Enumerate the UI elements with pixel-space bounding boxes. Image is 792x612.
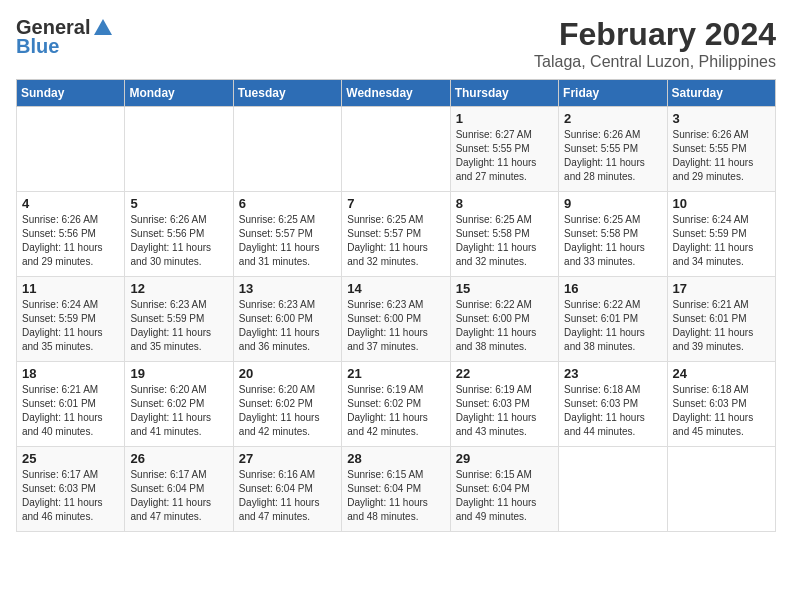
day-number: 27 bbox=[239, 451, 336, 466]
day-number: 18 bbox=[22, 366, 119, 381]
day-number: 4 bbox=[22, 196, 119, 211]
logo: General Blue bbox=[16, 16, 114, 58]
cell-content: Sunrise: 6:24 AMSunset: 5:59 PMDaylight:… bbox=[22, 298, 119, 354]
cell-content: Sunrise: 6:22 AMSunset: 6:01 PMDaylight:… bbox=[564, 298, 661, 354]
cell-content: Sunrise: 6:26 AMSunset: 5:56 PMDaylight:… bbox=[130, 213, 227, 269]
day-number: 23 bbox=[564, 366, 661, 381]
cell-content: Sunrise: 6:24 AMSunset: 5:59 PMDaylight:… bbox=[673, 213, 770, 269]
cell-content: Sunrise: 6:21 AMSunset: 6:01 PMDaylight:… bbox=[22, 383, 119, 439]
calendar-cell: 16Sunrise: 6:22 AMSunset: 6:01 PMDayligh… bbox=[559, 277, 667, 362]
calendar-cell: 18Sunrise: 6:21 AMSunset: 6:01 PMDayligh… bbox=[17, 362, 125, 447]
cell-content: Sunrise: 6:26 AMSunset: 5:55 PMDaylight:… bbox=[564, 128, 661, 184]
day-number: 21 bbox=[347, 366, 444, 381]
calendar-cell: 14Sunrise: 6:23 AMSunset: 6:00 PMDayligh… bbox=[342, 277, 450, 362]
calendar-cell bbox=[667, 447, 775, 532]
cell-content: Sunrise: 6:23 AMSunset: 5:59 PMDaylight:… bbox=[130, 298, 227, 354]
calendar-cell: 22Sunrise: 6:19 AMSunset: 6:03 PMDayligh… bbox=[450, 362, 558, 447]
calendar-cell: 1Sunrise: 6:27 AMSunset: 5:55 PMDaylight… bbox=[450, 107, 558, 192]
svg-marker-0 bbox=[94, 19, 112, 35]
cell-content: Sunrise: 6:21 AMSunset: 6:01 PMDaylight:… bbox=[673, 298, 770, 354]
day-number: 3 bbox=[673, 111, 770, 126]
location-title: Talaga, Central Luzon, Philippines bbox=[534, 53, 776, 71]
day-number: 7 bbox=[347, 196, 444, 211]
calendar-cell: 12Sunrise: 6:23 AMSunset: 5:59 PMDayligh… bbox=[125, 277, 233, 362]
calendar-table: SundayMondayTuesdayWednesdayThursdayFrid… bbox=[16, 79, 776, 532]
day-number: 20 bbox=[239, 366, 336, 381]
calendar-cell: 10Sunrise: 6:24 AMSunset: 5:59 PMDayligh… bbox=[667, 192, 775, 277]
cell-content: Sunrise: 6:25 AMSunset: 5:58 PMDaylight:… bbox=[456, 213, 553, 269]
cell-content: Sunrise: 6:20 AMSunset: 6:02 PMDaylight:… bbox=[130, 383, 227, 439]
calendar-cell: 13Sunrise: 6:23 AMSunset: 6:00 PMDayligh… bbox=[233, 277, 341, 362]
calendar-cell: 27Sunrise: 6:16 AMSunset: 6:04 PMDayligh… bbox=[233, 447, 341, 532]
calendar-cell: 7Sunrise: 6:25 AMSunset: 5:57 PMDaylight… bbox=[342, 192, 450, 277]
cell-content: Sunrise: 6:27 AMSunset: 5:55 PMDaylight:… bbox=[456, 128, 553, 184]
cell-content: Sunrise: 6:26 AMSunset: 5:56 PMDaylight:… bbox=[22, 213, 119, 269]
day-number: 28 bbox=[347, 451, 444, 466]
cell-content: Sunrise: 6:19 AMSunset: 6:02 PMDaylight:… bbox=[347, 383, 444, 439]
calendar-cell: 11Sunrise: 6:24 AMSunset: 5:59 PMDayligh… bbox=[17, 277, 125, 362]
calendar-cell: 21Sunrise: 6:19 AMSunset: 6:02 PMDayligh… bbox=[342, 362, 450, 447]
cell-content: Sunrise: 6:18 AMSunset: 6:03 PMDaylight:… bbox=[673, 383, 770, 439]
cell-content: Sunrise: 6:16 AMSunset: 6:04 PMDaylight:… bbox=[239, 468, 336, 524]
cell-content: Sunrise: 6:25 AMSunset: 5:57 PMDaylight:… bbox=[347, 213, 444, 269]
cell-content: Sunrise: 6:26 AMSunset: 5:55 PMDaylight:… bbox=[673, 128, 770, 184]
day-number: 29 bbox=[456, 451, 553, 466]
calendar-cell: 6Sunrise: 6:25 AMSunset: 5:57 PMDaylight… bbox=[233, 192, 341, 277]
calendar-cell: 2Sunrise: 6:26 AMSunset: 5:55 PMDaylight… bbox=[559, 107, 667, 192]
calendar-cell: 24Sunrise: 6:18 AMSunset: 6:03 PMDayligh… bbox=[667, 362, 775, 447]
month-title: February 2024 bbox=[534, 16, 776, 53]
day-number: 1 bbox=[456, 111, 553, 126]
calendar-cell: 5Sunrise: 6:26 AMSunset: 5:56 PMDaylight… bbox=[125, 192, 233, 277]
day-number: 26 bbox=[130, 451, 227, 466]
calendar-cell: 26Sunrise: 6:17 AMSunset: 6:04 PMDayligh… bbox=[125, 447, 233, 532]
day-number: 24 bbox=[673, 366, 770, 381]
weekday-header-friday: Friday bbox=[559, 80, 667, 107]
cell-content: Sunrise: 6:17 AMSunset: 6:03 PMDaylight:… bbox=[22, 468, 119, 524]
header: General Blue February 2024 Talaga, Centr… bbox=[16, 16, 776, 71]
calendar-cell bbox=[233, 107, 341, 192]
cell-content: Sunrise: 6:25 AMSunset: 5:58 PMDaylight:… bbox=[564, 213, 661, 269]
day-number: 12 bbox=[130, 281, 227, 296]
day-number: 17 bbox=[673, 281, 770, 296]
calendar-cell: 23Sunrise: 6:18 AMSunset: 6:03 PMDayligh… bbox=[559, 362, 667, 447]
weekday-header-sunday: Sunday bbox=[17, 80, 125, 107]
logo-blue: Blue bbox=[16, 35, 59, 58]
title-area: February 2024 Talaga, Central Luzon, Phi… bbox=[534, 16, 776, 71]
day-number: 13 bbox=[239, 281, 336, 296]
calendar-cell bbox=[17, 107, 125, 192]
calendar-cell: 9Sunrise: 6:25 AMSunset: 5:58 PMDaylight… bbox=[559, 192, 667, 277]
cell-content: Sunrise: 6:19 AMSunset: 6:03 PMDaylight:… bbox=[456, 383, 553, 439]
cell-content: Sunrise: 6:17 AMSunset: 6:04 PMDaylight:… bbox=[130, 468, 227, 524]
weekday-header-wednesday: Wednesday bbox=[342, 80, 450, 107]
cell-content: Sunrise: 6:23 AMSunset: 6:00 PMDaylight:… bbox=[239, 298, 336, 354]
day-number: 10 bbox=[673, 196, 770, 211]
calendar-cell bbox=[125, 107, 233, 192]
calendar-cell: 15Sunrise: 6:22 AMSunset: 6:00 PMDayligh… bbox=[450, 277, 558, 362]
day-number: 11 bbox=[22, 281, 119, 296]
day-number: 6 bbox=[239, 196, 336, 211]
calendar-cell: 3Sunrise: 6:26 AMSunset: 5:55 PMDaylight… bbox=[667, 107, 775, 192]
calendar-cell: 8Sunrise: 6:25 AMSunset: 5:58 PMDaylight… bbox=[450, 192, 558, 277]
day-number: 19 bbox=[130, 366, 227, 381]
cell-content: Sunrise: 6:25 AMSunset: 5:57 PMDaylight:… bbox=[239, 213, 336, 269]
day-number: 14 bbox=[347, 281, 444, 296]
day-number: 25 bbox=[22, 451, 119, 466]
day-number: 5 bbox=[130, 196, 227, 211]
calendar-cell bbox=[342, 107, 450, 192]
day-number: 16 bbox=[564, 281, 661, 296]
calendar-cell: 17Sunrise: 6:21 AMSunset: 6:01 PMDayligh… bbox=[667, 277, 775, 362]
day-number: 2 bbox=[564, 111, 661, 126]
weekday-header-tuesday: Tuesday bbox=[233, 80, 341, 107]
logo-icon bbox=[92, 17, 114, 39]
day-number: 22 bbox=[456, 366, 553, 381]
cell-content: Sunrise: 6:22 AMSunset: 6:00 PMDaylight:… bbox=[456, 298, 553, 354]
cell-content: Sunrise: 6:15 AMSunset: 6:04 PMDaylight:… bbox=[456, 468, 553, 524]
cell-content: Sunrise: 6:23 AMSunset: 6:00 PMDaylight:… bbox=[347, 298, 444, 354]
weekday-header-monday: Monday bbox=[125, 80, 233, 107]
calendar-cell bbox=[559, 447, 667, 532]
weekday-header-thursday: Thursday bbox=[450, 80, 558, 107]
cell-content: Sunrise: 6:18 AMSunset: 6:03 PMDaylight:… bbox=[564, 383, 661, 439]
calendar-cell: 28Sunrise: 6:15 AMSunset: 6:04 PMDayligh… bbox=[342, 447, 450, 532]
day-number: 15 bbox=[456, 281, 553, 296]
weekday-header-saturday: Saturday bbox=[667, 80, 775, 107]
